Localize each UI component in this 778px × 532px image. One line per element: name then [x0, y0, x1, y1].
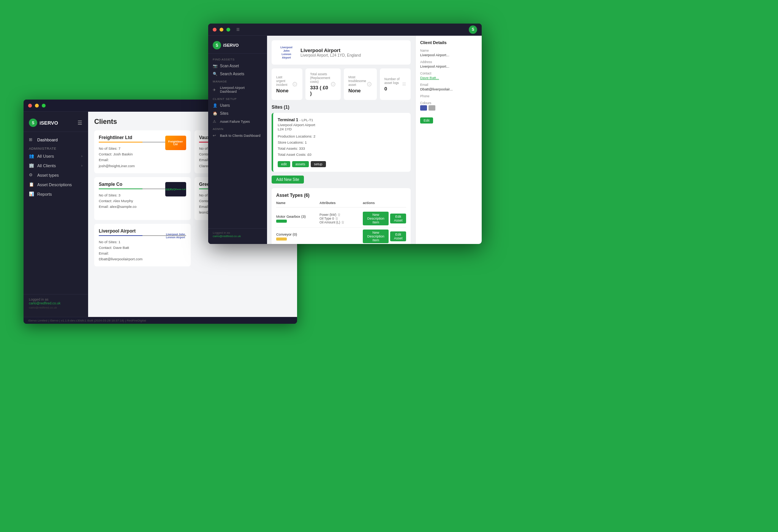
sidebar-item-failure-types[interactable]: ⚠ Asset Failure Types [208, 117, 267, 125]
sidebar-item-allclients[interactable]: 🏢 All Clients › [24, 161, 88, 170]
client-details-panel: Client Details Name Liverpool Airport...… [415, 36, 482, 244]
sidebar-item-scanasset[interactable]: 📷 Scan Asset [208, 62, 267, 70]
airport-window: ☰ S S iSERVO FIND ASSETS 📷 Scan Asset 🔍 … [208, 24, 482, 244]
back-footer: iServo Limited | iServo | v1.1.8-dev.c30… [24, 317, 297, 324]
edit-asset-btn[interactable]: Edit Asset [390, 231, 406, 241]
front-center: Liverpool JohnLennonAirport Liverpool Ai… [267, 36, 415, 244]
detail-contact: Contact Dave Batt... [420, 71, 477, 80]
minimize-dot[interactable] [35, 104, 39, 108]
asset-types-header: Name Attributes actions [276, 201, 406, 207]
back-sidebar-logo: S iSERVO ☰ [24, 116, 88, 132]
client-logo-liverpool: Liverpool JohnLennon Airport [164, 228, 187, 245]
sidebar-item-back-clients[interactable]: ↩ Back to Clients Dashboard [208, 131, 267, 139]
logo-text: iSERVO [40, 120, 58, 126]
sidebar-item-sites[interactable]: 🏠 Sites [208, 109, 267, 117]
new-desc-btn[interactable]: New Description Item [363, 212, 389, 225]
trash-icon[interactable]: 🗑 [341, 220, 345, 224]
client-logo-sampleco: iSERVODemo Ltd [164, 181, 187, 198]
new-desc-btn[interactable]: New Description Item [363, 230, 389, 243]
terminal-card: Terminal 1 - LPL-T1 Liverpool Airport Ai… [272, 113, 411, 172]
reports-icon: 📊 [29, 192, 34, 196]
assettypes-icon: ⚙ [29, 173, 34, 177]
asset-action-btns: New Description Item Edit Asset [363, 230, 406, 243]
swatch-primary [420, 105, 427, 111]
client-card-freightliner[interactable]: Freightliner Ltd No of Sites: 7 Contact:… [94, 130, 191, 173]
failure-icon: ⚠ [213, 119, 217, 124]
trash-icon[interactable]: 🗑 [337, 213, 341, 217]
users-icon: 👤 [213, 103, 217, 108]
edit-asset-btn[interactable]: Edit Asset [390, 214, 406, 223]
airport-icon: ✈ [213, 88, 217, 92]
front-right-wrapper: Liverpool JohnLennonAirport Liverpool Ai… [267, 36, 482, 244]
airport-body: S iSERVO FIND ASSETS 📷 Scan Asset 🔍 Sear… [208, 36, 482, 244]
admin-label: ADMIN [208, 125, 267, 131]
sidebar-item-allusers[interactable]: 👥 All Users › [24, 151, 88, 161]
terminal-title: Terminal 1 - LPL-T1 [278, 117, 406, 122]
airport-title: Liverpool Airport Liverpool Airport, L24… [300, 48, 361, 57]
stat-icon-incident: ⚙ [292, 80, 298, 89]
trash-icon[interactable]: 🗑 [335, 217, 338, 220]
front-sidebar-footer: Logged in as carlo@redfired.co.uk [208, 228, 267, 240]
sidebar-item-users[interactable]: 👤 Users [208, 101, 267, 109]
terminal-info: Production Locations: 2 Store Locations:… [278, 133, 406, 158]
stat-icon-assets: ⚙ [330, 80, 336, 89]
airport-titlebar: ☰ S [208, 24, 482, 36]
asset-type-row: Conveyor (0) New Description Item Edit A… [276, 228, 406, 244]
terminal-actions: edit assets setup [278, 161, 406, 167]
asset-type-name: Conveyor (0) [276, 232, 319, 241]
back-sidebar-footer: Logged in as carlo@redfired.co.uk carlo@… [24, 294, 88, 312]
logo-icon: S [29, 119, 37, 127]
asset-action-btns: New Description Item Edit Asset [363, 212, 406, 225]
add-site-button[interactable]: Add New Site [272, 176, 304, 184]
front-logo-text: iSERVO [223, 43, 239, 48]
client-details-title: Client Details [420, 40, 477, 45]
stats-row: Last urgent incident None ⚙ Total assets… [272, 68, 411, 100]
clients-icon: 🏢 [29, 163, 34, 168]
front-logo-icon: S [213, 41, 221, 49]
maximize-dot[interactable] [226, 28, 230, 32]
sidebar-item-reports[interactable]: 📊 Reports [24, 189, 88, 199]
close-dot[interactable] [213, 28, 217, 32]
stat-icon-logs: ≡ [402, 80, 406, 88]
terminal-setup-btn[interactable]: setup [311, 161, 326, 167]
terminal-subtitle: Liverpool Airport Airport L24 1YD [278, 123, 406, 131]
users-icon: 👥 [29, 154, 34, 158]
stat-troublesome: Most troublesome asset None ⚙ [344, 68, 377, 100]
front-logo: S iSERVO [208, 40, 267, 54]
dashboard-icon: ⊞ [29, 137, 34, 142]
color-bar [276, 220, 287, 223]
asset-type-name: Motor Gearbox (3) [276, 214, 319, 223]
stat-total-assets: Total assets (Replacement costs) 333 ( £… [305, 68, 341, 100]
sidebar-item-assettypes[interactable]: ⚙ Asset types [24, 170, 88, 180]
terminal-assets-btn[interactable]: assets [292, 161, 309, 167]
assetdesc-icon: 📋 [29, 182, 34, 187]
arrow-icon: › [81, 164, 82, 168]
client-edit-btn[interactable]: Edit [420, 117, 433, 124]
airport-header: Liverpool JohnLennonAirport Liverpool Ai… [272, 40, 411, 65]
arrow-icon: › [81, 154, 82, 158]
client-card-liverpool[interactable]: Liverpool Airport No of Sites: 1 Contact… [94, 224, 191, 267]
app-logo-icon: S [469, 25, 477, 34]
stat-icon-troublesome: ⚙ [366, 80, 372, 89]
airport-logo: Liverpool JohnLennonAirport [277, 45, 296, 60]
sites-icon: 🏠 [213, 111, 217, 116]
admin-section-label: ADMINISTRATE [24, 144, 88, 151]
menu-icon[interactable]: ☰ [77, 120, 82, 126]
menu-icon[interactable]: ☰ [236, 27, 240, 32]
detail-name: Name Liverpool Airport... [420, 49, 477, 57]
close-dot[interactable] [28, 104, 32, 108]
sidebar-item-airport-dashboard[interactable]: ✈ Liverpool Airport Dashboard [208, 84, 267, 95]
client-card-sampleco[interactable]: Sample Co No of Sites: 3 Contact: Alex M… [94, 177, 191, 220]
terminal-edit-btn[interactable]: edit [278, 161, 290, 167]
sidebar-item-dashboard[interactable]: ⊞ Dashboard [24, 135, 88, 144]
color-bar [276, 238, 287, 241]
maximize-dot[interactable] [42, 104, 46, 108]
client-setup-label: CLIENT SETUP [208, 95, 267, 101]
sidebar-item-assetdesc[interactable]: 📋 Asset Descriptions [24, 180, 88, 189]
asset-types-section: Asset Types (6) Name Attributes actions … [272, 188, 411, 244]
asset-types-title: Asset Types (6) [276, 193, 406, 198]
minimize-dot[interactable] [220, 28, 223, 32]
stat-asset-logs: Number of asset logs 0 ≡ [380, 68, 411, 100]
asset-attrs: Power (kW) 🗑 Oil Type 0 🗑 Oil Amount (L)… [319, 213, 363, 224]
sidebar-item-searchassets[interactable]: 🔍 Search Assets [208, 70, 267, 78]
